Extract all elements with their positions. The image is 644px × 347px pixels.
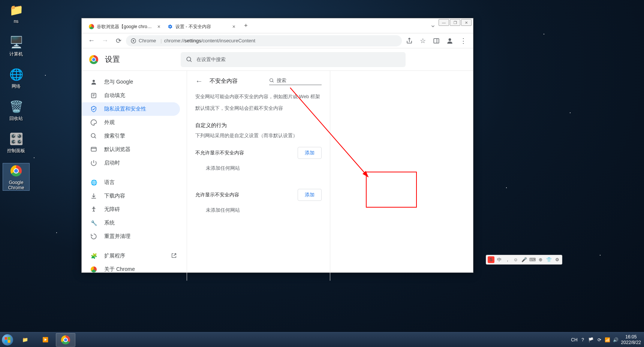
add-allow-button[interactable]: 添加 bbox=[298, 189, 322, 201]
tab-active[interactable]: 设置 - 不安全内容 × bbox=[163, 20, 238, 33]
desktop-icon-recycle[interactable]: 🗑️ 回收站 bbox=[3, 99, 29, 122]
tray-clock[interactable]: 16:05 2022/8/22 bbox=[621, 334, 641, 345]
ime-lang[interactable]: 中 bbox=[496, 256, 503, 263]
ime-punct[interactable]: ， bbox=[504, 256, 511, 263]
sidebar-item-extensions[interactable]: 🧩扩展程序 bbox=[82, 249, 180, 263]
page-search[interactable]: 搜索 bbox=[269, 77, 322, 85]
tab-strip: 谷歌浏览器【google chrome】 × 设置 - 不安全内容 × + bbox=[82, 20, 251, 33]
block-empty-text: 未添加任何网站 bbox=[187, 161, 330, 175]
sidepanel-button[interactable] bbox=[430, 35, 442, 47]
close-button[interactable]: ✕ bbox=[461, 19, 472, 26]
desktop-icon-chrome[interactable]: Google Chrome bbox=[3, 163, 29, 190]
tray-help-icon[interactable]: ? bbox=[580, 337, 586, 343]
page-search-label: 搜索 bbox=[277, 77, 286, 84]
address-bar[interactable]: Chrome | chrome://settings/content/insec… bbox=[126, 35, 402, 46]
custom-behavior-header: 自定义的行为 bbox=[187, 113, 330, 130]
tabs-dropdown-icon[interactable] bbox=[430, 24, 436, 30]
svg-rect-19 bbox=[8, 337, 10, 340]
svg-line-5 bbox=[190, 60, 192, 62]
ime-mic-icon[interactable]: 🎤 bbox=[521, 256, 527, 263]
taskbar-chrome[interactable] bbox=[56, 333, 75, 347]
sidebar-item-search-engine[interactable]: 搜索引擎 bbox=[82, 129, 180, 143]
svg-point-4 bbox=[187, 57, 191, 61]
tray-network-icon[interactable]: 📶 bbox=[605, 337, 611, 343]
allow-empty-text: 未添加任何网站 bbox=[187, 203, 330, 217]
search-icon bbox=[186, 56, 193, 63]
sidebar-label: 关于 Chrome bbox=[104, 266, 135, 273]
close-icon[interactable]: × bbox=[157, 24, 160, 30]
sidebar-item-appearance[interactable]: 外观 bbox=[82, 116, 180, 129]
ime-settings-icon[interactable]: ⚙ bbox=[554, 256, 560, 263]
tray-flag-icon[interactable]: 🏳️ bbox=[588, 337, 594, 343]
chrome-about-icon bbox=[90, 266, 97, 273]
svg-point-15 bbox=[270, 79, 273, 82]
share-button[interactable] bbox=[403, 35, 415, 47]
taskbar-mediaplayer[interactable]: ▶️ bbox=[36, 333, 55, 347]
desktop-icon-network[interactable]: 🌐 网络 bbox=[3, 67, 29, 90]
sidebar-item-privacy[interactable]: 隐私设置和安全性 bbox=[82, 102, 180, 116]
url-bold: settings bbox=[184, 38, 201, 43]
bookmark-button[interactable]: ☆ bbox=[417, 35, 429, 47]
recycle-icon: 🗑️ bbox=[9, 99, 24, 114]
svg-line-16 bbox=[273, 81, 274, 82]
computer-icon: 🖥️ bbox=[9, 34, 24, 49]
settings-search[interactable]: 在设置中搜索 bbox=[181, 52, 406, 67]
reload-button[interactable]: ⟳ bbox=[112, 35, 124, 47]
close-icon[interactable]: × bbox=[232, 24, 235, 30]
ime-toolbar[interactable]: S 中 ， ☺ 🎤 ⌨ ⊕ 👕 ⚙ bbox=[486, 255, 562, 265]
ime-skin-icon[interactable]: 👕 bbox=[545, 256, 552, 263]
shield-icon bbox=[90, 105, 97, 113]
start-button[interactable] bbox=[0, 332, 15, 347]
svg-rect-1 bbox=[434, 39, 439, 43]
ime-emoji-icon[interactable]: ☺ bbox=[512, 256, 519, 263]
sidebar-item-about[interactable]: 关于 Chrome bbox=[82, 263, 180, 276]
sidebar-item-you-google[interactable]: 您与 Google bbox=[82, 75, 180, 89]
desktop-icon-label: 网络 bbox=[3, 83, 29, 90]
taskbar: 📁 ▶️ CH ? 🏳️ ⟳ 📶 🔊 16:05 2022/8/22 bbox=[0, 332, 644, 347]
tray-lang[interactable]: CH bbox=[571, 337, 577, 343]
desktop-icon-control-panel[interactable]: 🎛️ 控制面板 bbox=[3, 131, 29, 154]
back-button[interactable]: ← bbox=[85, 35, 97, 47]
menu-button[interactable]: ⋮ bbox=[457, 35, 469, 47]
sidebar-item-language[interactable]: 🌐语言 bbox=[82, 176, 180, 189]
add-block-button[interactable]: 添加 bbox=[298, 147, 322, 159]
block-section-header: 不允许显示不安全内容 添加 bbox=[187, 140, 330, 161]
tray-update-icon[interactable]: ⟳ bbox=[596, 337, 602, 343]
wrench-icon: 🔧 bbox=[90, 219, 97, 227]
sidebar-item-accessibility[interactable]: 无障碍 bbox=[82, 203, 180, 216]
sidebar-label: 重置并清理 bbox=[104, 233, 130, 240]
new-tab-button[interactable]: + bbox=[241, 20, 251, 31]
desktop-icon-ns[interactable]: 📁 ns bbox=[3, 2, 29, 24]
forward-button[interactable]: → bbox=[99, 35, 111, 47]
search-icon bbox=[90, 132, 97, 140]
maximize-button[interactable]: ❐ bbox=[450, 19, 460, 26]
sidebar-item-default-browser[interactable]: 默认浏览器 bbox=[82, 143, 180, 156]
tab-inactive[interactable]: 谷歌浏览器【google chrome】 × bbox=[85, 20, 163, 33]
desktop-icon-label: 控制面板 bbox=[3, 148, 29, 154]
url-suffix: /content/insecureContent bbox=[201, 38, 256, 43]
settings-title: 设置 bbox=[105, 54, 120, 64]
tray-sound-icon[interactable]: 🔊 bbox=[613, 337, 619, 343]
ime-plus-icon[interactable]: ⊕ bbox=[537, 256, 544, 263]
user-icon bbox=[90, 78, 97, 86]
sidebar-item-reset[interactable]: 重置并清理 bbox=[82, 230, 180, 243]
sidebar-label: 搜索引擎 bbox=[104, 133, 125, 139]
taskbar-explorer[interactable]: 📁 bbox=[15, 333, 35, 347]
browser-icon bbox=[90, 146, 97, 153]
sidebar-item-autofill[interactable]: 自动填充 bbox=[82, 89, 180, 102]
sidebar-item-startup[interactable]: 启动时 bbox=[82, 156, 180, 170]
allow-section-header: 允许显示不安全内容 添加 bbox=[187, 175, 330, 203]
settings-sidebar: 您与 Google 自动填充 隐私设置和安全性 外观 搜索引擎 默认浏览器 启动… bbox=[82, 71, 187, 281]
sidebar-label: 启动时 bbox=[104, 160, 120, 166]
sidebar-item-system[interactable]: 🔧系统 bbox=[82, 216, 180, 230]
svg-point-6 bbox=[93, 80, 95, 82]
tab-title: 谷歌浏览器【google chrome】 bbox=[97, 24, 155, 30]
back-arrow-button[interactable]: ← bbox=[195, 77, 203, 85]
ime-logo-icon[interactable]: S bbox=[488, 256, 494, 263]
minimize-button[interactable]: — bbox=[439, 19, 449, 26]
profile-button[interactable] bbox=[444, 35, 456, 47]
desktop-icon-computer[interactable]: 🖥️ 计算机 bbox=[3, 34, 29, 57]
sidebar-item-downloads[interactable]: 下载内容 bbox=[82, 189, 180, 203]
ime-keyboard-icon[interactable]: ⌨ bbox=[529, 256, 536, 263]
settings-icon bbox=[130, 38, 136, 44]
